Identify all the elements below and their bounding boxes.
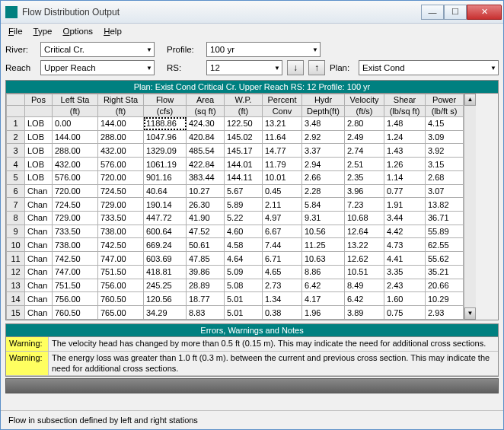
cell[interactable]: 747.00	[53, 265, 98, 279]
cell[interactable]: 2.43	[384, 279, 426, 292]
cell[interactable]: Chan	[25, 198, 53, 212]
cell[interactable]: 4.73	[384, 238, 426, 252]
cell[interactable]: 4.42	[384, 225, 426, 238]
cell[interactable]: 3.96	[345, 184, 384, 198]
cell[interactable]: 2.51	[345, 158, 384, 171]
cell[interactable]: 756.00	[98, 279, 144, 292]
cell[interactable]: 40.64	[144, 184, 187, 198]
cell[interactable]: 5.67	[225, 184, 263, 198]
cell[interactable]: 418.81	[144, 265, 187, 279]
cell[interactable]: 3.09	[426, 130, 464, 144]
cell[interactable]: 6	[7, 184, 25, 198]
cell[interactable]: 13.21	[263, 117, 302, 131]
cell[interactable]: 383.44	[187, 170, 225, 184]
cell[interactable]: 5.89	[225, 198, 263, 212]
cell[interactable]: 756.00	[53, 292, 98, 306]
cell[interactable]: 7	[7, 198, 25, 212]
cell[interactable]: 1.96	[302, 306, 345, 320]
table-row[interactable]: 3LOB288.00432.001329.09485.54145.1714.77…	[7, 144, 464, 158]
cell[interactable]: 422.84	[187, 158, 225, 171]
cell[interactable]: 742.50	[53, 252, 98, 266]
cell[interactable]: 742.50	[98, 238, 144, 252]
cell[interactable]: 9.31	[302, 212, 345, 225]
cell[interactable]: 8	[7, 212, 25, 225]
cell[interactable]: 765.00	[98, 306, 144, 320]
cell[interactable]: 2.93	[426, 306, 464, 320]
cell[interactable]: 11	[7, 252, 25, 266]
cell[interactable]: 10.01	[263, 170, 302, 184]
cell[interactable]: 733.50	[98, 212, 144, 225]
cell[interactable]: 3.44	[384, 212, 426, 225]
cell[interactable]: 600.64	[144, 225, 187, 238]
table-row[interactable]: 8Chan729.00733.50447.7241.905.224.979.31…	[7, 212, 464, 225]
cell[interactable]: 1.34	[263, 292, 302, 306]
cell[interactable]: 245.25	[144, 279, 187, 292]
cell[interactable]: 1047.96	[144, 130, 187, 144]
cell[interactable]: 4.41	[384, 252, 426, 266]
table-row[interactable]: 13Chan751.50756.00245.2528.895.082.736.4…	[7, 279, 464, 292]
cell[interactable]: 13.82	[426, 198, 464, 212]
table-row[interactable]: 9Chan733.50738.00600.6447.524.606.6710.5…	[7, 225, 464, 238]
cell[interactable]: 11.79	[263, 158, 302, 171]
cell[interactable]: 2.68	[426, 170, 464, 184]
cell[interactable]: 4.15	[426, 117, 464, 131]
cell[interactable]: 39.86	[187, 265, 225, 279]
cell[interactable]: 47.52	[187, 225, 225, 238]
table-row[interactable]: 6Chan720.00724.5040.6410.275.670.452.283…	[7, 184, 464, 198]
cell[interactable]: 1.60	[384, 292, 426, 306]
cell[interactable]: Chan	[25, 292, 53, 306]
maximize-button[interactable]: ☐	[444, 5, 467, 20]
cell[interactable]: 0.45	[263, 184, 302, 198]
scroll-up-icon[interactable]: ▲	[464, 94, 476, 106]
minimize-button[interactable]: —	[421, 5, 444, 20]
cell[interactable]: 724.50	[98, 184, 144, 198]
cell[interactable]: 122.50	[225, 117, 263, 131]
table-row[interactable]: 1LOB0.00144.001188.86424.30122.5013.213.…	[7, 117, 464, 131]
cell[interactable]: 7.44	[263, 238, 302, 252]
cell[interactable]: 2.94	[302, 158, 345, 171]
cell[interactable]: 0.77	[384, 184, 426, 198]
cell[interactable]: 5.08	[225, 279, 263, 292]
cell[interactable]: 5.01	[225, 292, 263, 306]
cell[interactable]: 2.66	[302, 170, 345, 184]
cell[interactable]: Chan	[25, 279, 53, 292]
cell[interactable]: 2.28	[302, 184, 345, 198]
cell[interactable]: 729.00	[98, 198, 144, 212]
cell[interactable]: 4.60	[225, 225, 263, 238]
cell[interactable]: Chan	[25, 252, 53, 266]
cell[interactable]: 2.49	[345, 130, 384, 144]
cell[interactable]: 34.29	[144, 306, 187, 320]
cell[interactable]: 36.71	[426, 212, 464, 225]
cell[interactable]: 2.11	[263, 198, 302, 212]
cell[interactable]: 6.67	[263, 225, 302, 238]
plan-select[interactable]: Exist Cond▼	[359, 60, 499, 75]
cell[interactable]: 5.84	[302, 198, 345, 212]
cell[interactable]: 760.50	[98, 292, 144, 306]
cell[interactable]: 724.50	[53, 198, 98, 212]
cell[interactable]: 11.25	[302, 238, 345, 252]
rs-down-button[interactable]: ↓	[287, 60, 304, 75]
cell[interactable]: 10.51	[345, 265, 384, 279]
cell[interactable]: 144.01	[225, 158, 263, 171]
cell[interactable]: 144.00	[98, 117, 144, 131]
cell[interactable]: 2.73	[263, 279, 302, 292]
cell[interactable]: 4	[7, 158, 25, 171]
cell[interactable]: 1.91	[384, 198, 426, 212]
table-row[interactable]: 4LOB432.00576.001061.19422.84144.0111.79…	[7, 158, 464, 171]
cell[interactable]: 747.00	[98, 252, 144, 266]
cell[interactable]: 8.83	[187, 306, 225, 320]
cell[interactable]: 5.01	[225, 306, 263, 320]
cell[interactable]: 1188.86	[144, 117, 187, 131]
cell[interactable]: LOB	[25, 144, 53, 158]
cell[interactable]: LOB	[25, 158, 53, 171]
cell[interactable]: 14.77	[263, 144, 302, 158]
cell[interactable]: 1.24	[384, 130, 426, 144]
cell[interactable]: 576.00	[53, 170, 98, 184]
table-row[interactable]: 14Chan756.00760.50120.5618.775.011.344.1…	[7, 292, 464, 306]
cell[interactable]: Chan	[25, 184, 53, 198]
cell[interactable]: 5.09	[225, 265, 263, 279]
table-row[interactable]: 10Chan738.00742.50669.2450.614.587.4411.…	[7, 238, 464, 252]
cell[interactable]: 485.54	[187, 144, 225, 158]
cell[interactable]: 4.58	[225, 238, 263, 252]
cell[interactable]: 0.00	[53, 117, 98, 131]
